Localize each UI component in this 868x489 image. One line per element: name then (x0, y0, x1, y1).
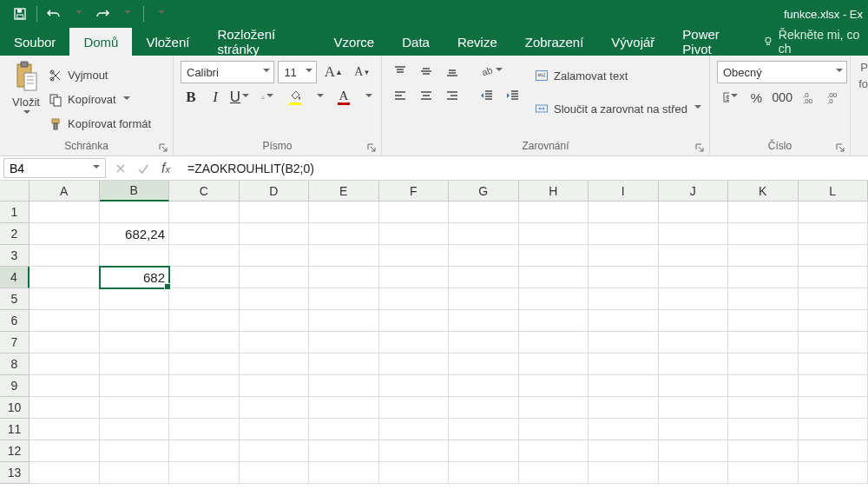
wrap-text-button[interactable]: ab Zalamovat text (535, 61, 701, 90)
cell-E10[interactable] (309, 397, 379, 419)
column-header[interactable]: D (240, 181, 310, 202)
cell-A8[interactable] (30, 354, 100, 375)
cell-F5[interactable] (379, 288, 450, 310)
cell-J4[interactable] (659, 267, 729, 288)
cell-G10[interactable] (449, 397, 519, 419)
cell-G7[interactable] (449, 332, 519, 354)
cell-A12[interactable] (30, 440, 100, 462)
decrease-font-size-button[interactable]: A▼ (351, 62, 374, 83)
cell-J10[interactable] (659, 397, 729, 419)
cell-F11[interactable] (379, 419, 450, 440)
cell-A11[interactable] (30, 419, 100, 440)
undo-dropdown[interactable] (67, 3, 89, 25)
cell-I8[interactable] (589, 354, 659, 375)
cell-H3[interactable] (519, 245, 589, 267)
cell-E1[interactable] (309, 202, 379, 223)
cell-H7[interactable] (519, 332, 589, 354)
cell-G11[interactable] (449, 419, 519, 440)
align-bottom-button[interactable] (441, 61, 464, 82)
cell-D6[interactable] (240, 310, 310, 332)
cell-G1[interactable] (449, 202, 519, 223)
cell-B6[interactable] (100, 310, 170, 332)
row-header[interactable]: 8 (0, 354, 30, 375)
cell-K6[interactable] (728, 310, 799, 332)
cell-C13[interactable] (169, 462, 240, 484)
cancel-formula-button[interactable] (110, 158, 131, 179)
cell-J3[interactable] (659, 245, 729, 267)
cell-C8[interactable] (169, 354, 240, 375)
cell-I6[interactable] (589, 310, 659, 332)
cell-A1[interactable] (30, 202, 100, 223)
cell-L8[interactable] (799, 354, 869, 375)
row-header[interactable]: 10 (0, 397, 30, 419)
cell-J9[interactable] (659, 375, 729, 397)
cell-K12[interactable] (728, 440, 799, 462)
cell-G9[interactable] (449, 375, 519, 397)
dialog-launcher-clipboard[interactable] (157, 142, 169, 154)
comma-format-button[interactable]: 000 (770, 87, 794, 108)
cell-L1[interactable] (799, 202, 869, 223)
cell-I4[interactable] (589, 267, 659, 288)
font-size-combo[interactable]: 11 (278, 61, 317, 83)
cell-L3[interactable] (799, 245, 869, 267)
column-header[interactable]: F (379, 181, 450, 202)
cell-L12[interactable] (799, 440, 869, 462)
tab-insert[interactable]: Vložení (132, 28, 203, 56)
cell-G4[interactable] (449, 267, 519, 288)
column-header[interactable]: H (519, 181, 589, 202)
cell-C9[interactable] (169, 375, 240, 397)
align-center-button[interactable] (415, 85, 437, 106)
underline-button[interactable]: U (229, 87, 250, 108)
cell-G13[interactable] (449, 462, 519, 484)
cell-A13[interactable] (30, 462, 100, 484)
cell-B3[interactable] (100, 245, 170, 267)
decrease-indent-button[interactable] (476, 85, 498, 106)
cell-E4[interactable] (309, 267, 379, 288)
cell-F1[interactable] (379, 202, 450, 223)
cell-E8[interactable] (309, 354, 379, 375)
cell-G8[interactable] (449, 354, 519, 375)
cell-L11[interactable] (799, 419, 869, 440)
cell-H6[interactable] (519, 310, 589, 332)
cell-F7[interactable] (379, 332, 450, 354)
font-color-dropdown[interactable] (358, 87, 378, 108)
save-button[interactable] (9, 3, 31, 25)
cell-E3[interactable] (309, 245, 379, 267)
cell-D1[interactable] (240, 202, 310, 223)
cell-F13[interactable] (379, 462, 450, 484)
tab-data[interactable]: Data (388, 28, 444, 56)
row-header[interactable]: 3 (0, 245, 30, 267)
cell-L7[interactable] (799, 332, 869, 354)
align-top-button[interactable] (389, 61, 411, 82)
cell-H10[interactable] (519, 397, 589, 419)
cell-D11[interactable] (240, 419, 310, 440)
cell-D2[interactable] (240, 223, 310, 245)
row-header[interactable]: 9 (0, 375, 30, 397)
orientation-button[interactable]: ab (476, 61, 507, 82)
row-header[interactable]: 5 (0, 288, 30, 310)
number-format-combo[interactable]: Obecný (717, 61, 847, 83)
cell-J6[interactable] (659, 310, 729, 332)
cell-L4[interactable] (799, 267, 869, 288)
cell-H13[interactable] (519, 462, 589, 484)
cell-A5[interactable] (30, 288, 100, 310)
cell-I5[interactable] (589, 288, 659, 310)
cell-D10[interactable] (240, 397, 310, 419)
cell-H9[interactable] (519, 375, 589, 397)
cell-H2[interactable] (519, 223, 589, 245)
cell-J13[interactable] (659, 462, 729, 484)
cell-I11[interactable] (589, 419, 659, 440)
align-right-button[interactable] (441, 85, 464, 106)
dialog-launcher-font[interactable] (365, 142, 378, 154)
cell-C3[interactable] (169, 245, 240, 267)
cell-A3[interactable] (30, 245, 100, 267)
column-header[interactable]: L (799, 181, 869, 202)
column-header[interactable]: E (309, 181, 379, 202)
cell-J2[interactable] (659, 223, 729, 245)
row-header[interactable]: 2 (0, 223, 30, 245)
cell-C2[interactable] (169, 223, 240, 245)
italic-button[interactable]: I (205, 87, 226, 108)
cell-K9[interactable] (728, 375, 799, 397)
cell-A9[interactable] (30, 375, 100, 397)
cell-E13[interactable] (309, 462, 379, 484)
